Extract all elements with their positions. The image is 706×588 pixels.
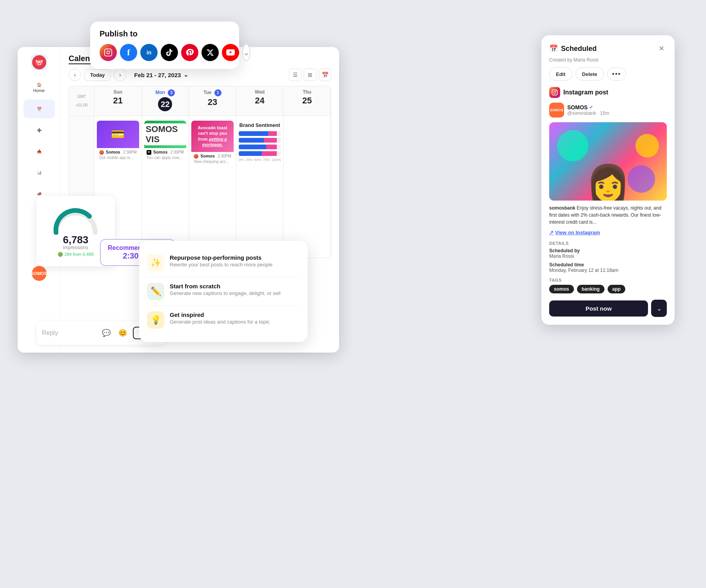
tue-post-1[interactable]: Avocado toast can't stop you from gettin… bbox=[191, 121, 234, 165]
brand-sentiment-title: Brand Sentiment bbox=[239, 122, 281, 128]
tag-banking: banking bbox=[577, 285, 604, 293]
twitter-icon[interactable] bbox=[201, 44, 219, 61]
account-details: SOMOS ✓ @somosbank · 15m bbox=[567, 104, 609, 116]
scratch-title: Start from scratch bbox=[170, 283, 281, 289]
instagram-post-icon bbox=[549, 87, 560, 98]
mon-post-1[interactable]: SOMOS VIS ✕ Somos 2:30PM You can apply n… bbox=[144, 121, 187, 161]
edit-button[interactable]: Edit bbox=[549, 67, 572, 81]
sun-post-desc: Our mobile app is... bbox=[99, 156, 137, 160]
gauge-chart bbox=[50, 205, 101, 235]
action-buttons: Edit Delete ••• bbox=[549, 67, 667, 81]
delete-button[interactable]: Delete bbox=[575, 67, 604, 81]
created-by: Created by Maria Rossi bbox=[549, 57, 667, 63]
svg-point-11 bbox=[556, 90, 557, 91]
scheduled-by-value: Maria Rossi bbox=[549, 253, 667, 259]
publish-panel: Publish to f in ⌄ bbox=[90, 22, 239, 69]
wed-header: Wed 24 bbox=[236, 86, 284, 116]
ai-item-repurpose-content: Repurpose top-performing posts Rewrite y… bbox=[170, 254, 272, 268]
tue-post-image: Avocado toast can't stop you from gettin… bbox=[191, 121, 234, 152]
ai-item-inspired[interactable]: 💡 Get inspired Generate post ideas and c… bbox=[147, 306, 300, 334]
svg-point-10 bbox=[554, 91, 555, 93]
ig-post-header: Instagram post bbox=[549, 87, 667, 98]
tue-post-info: Somos 2:30PM New chequing acc... bbox=[191, 152, 234, 165]
ai-item-repurpose[interactable]: ✨ Repurpose top-performing posts Rewrite… bbox=[147, 249, 300, 277]
social-icons-row: f in ⌄ bbox=[100, 44, 230, 61]
inbox-icon: 📥 bbox=[37, 149, 42, 154]
next-week-button[interactable]: › bbox=[114, 69, 126, 81]
details-section: Details Scheduled by Maria Rossi Schedul… bbox=[549, 241, 667, 273]
repurpose-title: Repurpose top-performing posts bbox=[170, 254, 272, 261]
home-icon: 🏠 bbox=[37, 83, 42, 87]
post-now-button[interactable]: Post now bbox=[549, 300, 648, 317]
external-link-icon: ↗ bbox=[549, 230, 554, 235]
mon-post-image: SOMOS VIS bbox=[144, 121, 187, 148]
post-now-dropdown-button[interactable]: ⌄ bbox=[651, 300, 667, 317]
emoji-icon-button[interactable]: 😊 bbox=[116, 327, 129, 339]
instagram-icon[interactable] bbox=[100, 44, 117, 61]
list-view-button[interactable]: ☰ bbox=[289, 69, 301, 81]
ai-item-scratch-content: Start from scratch Generate new captions… bbox=[170, 283, 281, 296]
sun-post-image: 💳 bbox=[97, 121, 139, 148]
svg-point-7 bbox=[40, 62, 41, 63]
publish-title: Publish to bbox=[100, 29, 230, 38]
details-label: Details bbox=[549, 241, 667, 246]
linkedin-icon[interactable]: in bbox=[140, 44, 158, 61]
sidebar-item-compose[interactable]: ➕ bbox=[24, 121, 55, 139]
calendar-small-icon: 📅 bbox=[549, 44, 558, 53]
scheduled-by-label: Scheduled by bbox=[549, 248, 667, 253]
svg-point-8 bbox=[87, 214, 92, 219]
ai-suggestions-panel: ✨ Repurpose top-performing posts Rewrite… bbox=[139, 241, 308, 342]
bar-row-3 bbox=[239, 145, 281, 149]
message-icon-button[interactable]: 💬 bbox=[100, 327, 113, 339]
facebook-icon[interactable]: f bbox=[120, 44, 137, 61]
sidebar-item-calendar[interactable]: 📅 bbox=[24, 100, 55, 118]
grid-view-button[interactable]: ⊞ bbox=[304, 69, 316, 81]
verified-badge: ✓ bbox=[589, 105, 593, 110]
more-platforms-button[interactable]: ⌄ bbox=[242, 44, 250, 61]
repurpose-icon: ✨ bbox=[147, 254, 164, 271]
sidebar-item-home[interactable]: 🏠 Home bbox=[24, 78, 55, 97]
mon-post-info: ✕ Somos 2:30PM You can apply now... bbox=[144, 148, 187, 161]
thu-cell bbox=[283, 116, 331, 258]
account-avatar: SOMOS bbox=[549, 103, 564, 118]
scheduled-title: 📅 Scheduled bbox=[549, 44, 597, 53]
view-on-instagram-link[interactable]: ↗ View on Instagram bbox=[549, 230, 667, 235]
date-range: Feb 21 - 27, 2023 ⌄ bbox=[134, 71, 188, 78]
close-button[interactable]: ✕ bbox=[656, 43, 667, 54]
tags-row: somos banking app bbox=[549, 285, 667, 293]
brand-sentiment-inline: Brand Sentiment 0%25%50%75%100% bbox=[239, 122, 281, 162]
svg-rect-0 bbox=[105, 49, 112, 56]
youtube-icon[interactable] bbox=[222, 44, 239, 61]
prev-week-button[interactable]: ‹ bbox=[69, 69, 81, 81]
inspired-icon: 💡 bbox=[147, 311, 164, 329]
sidebar-item-analytics[interactable]: 📊 bbox=[24, 163, 55, 182]
more-actions-button[interactable]: ••• bbox=[607, 67, 626, 81]
bar-row-2 bbox=[239, 138, 281, 143]
today-button[interactable]: Today bbox=[84, 69, 111, 81]
svg-point-2 bbox=[110, 50, 111, 51]
calendar-nav: ‹ Today › Feb 21 - 27, 2023 ⌄ ☰ ⊞ 📅 bbox=[69, 69, 331, 81]
logo-owl bbox=[32, 55, 46, 69]
inspired-desc: Generate post ideas and captions for a t… bbox=[170, 319, 270, 325]
account-row: SOMOS SOMOS ✓ @somosbank · 15m bbox=[549, 103, 667, 118]
sidebar-item-account[interactable]: SOMOS bbox=[24, 264, 55, 283]
bar-row-4 bbox=[239, 151, 281, 156]
tue-cell: Avocado toast can't stop you from gettin… bbox=[189, 116, 236, 258]
ai-item-scratch[interactable]: ✏️ Start from scratch Generate new capti… bbox=[147, 277, 300, 306]
app-logo[interactable] bbox=[31, 54, 47, 71]
svg-point-1 bbox=[107, 51, 109, 54]
calendar-view-button[interactable]: 📅 bbox=[319, 69, 331, 81]
mon-post-time: 2:30PM bbox=[171, 150, 184, 154]
bar-ticks: 0%25%50%75%100% bbox=[239, 158, 281, 162]
gmt-header: GMT +01:00 bbox=[69, 86, 94, 116]
sun-post-1[interactable]: 💳 Somos 2:30PM Our mobile app is... bbox=[97, 121, 139, 161]
date-dropdown-icon[interactable]: ⌄ bbox=[183, 71, 189, 78]
tiktok-icon[interactable] bbox=[161, 44, 178, 61]
impressions-change: 🟢 284 from 6,499 bbox=[58, 252, 93, 257]
scheduled-panel: 📅 Scheduled ✕ Created by Maria Rossi Edi… bbox=[541, 35, 675, 325]
pinterest-icon[interactable] bbox=[181, 44, 198, 61]
sidebar-item-inbox[interactable]: 📥 bbox=[24, 142, 55, 161]
bar-row-1 bbox=[239, 131, 281, 136]
svg-point-6 bbox=[37, 62, 38, 63]
mon-header: Mon 3 22 bbox=[142, 86, 189, 116]
